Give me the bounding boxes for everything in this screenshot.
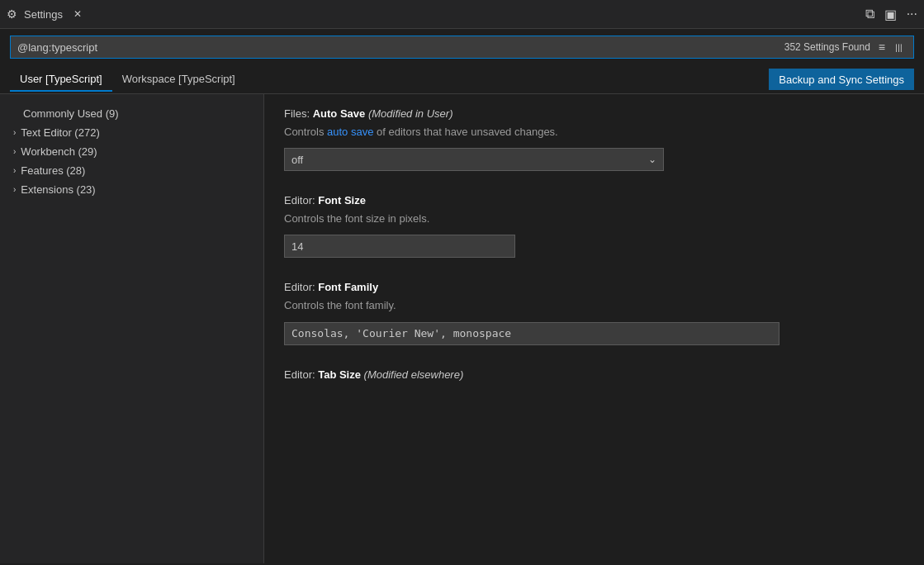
tabs-container: User [TypeScript] Workspace [TypeScript]… <box>0 65 924 94</box>
setting-title-editor-font-family: Editor: Font Family <box>284 281 904 293</box>
sidebar-item-label: Features (28) <box>21 164 85 177</box>
sidebar: Commonly Used (9) › Text Editor (272) › … <box>0 94 264 563</box>
title-bar: ⚙ Settings ✕ ⧉ ▣ ··· <box>0 0 924 29</box>
chevron-right-icon: › <box>13 185 16 194</box>
setting-bold: Auto Save <box>313 107 366 120</box>
search-input[interactable] <box>17 41 784 54</box>
setting-bold: Tab Size <box>318 368 361 381</box>
open-settings-icon[interactable]: ⧉ <box>865 7 874 21</box>
search-bar: 352 Settings Found ≡ ⫼ <box>10 36 914 59</box>
sidebar-item-text-editor[interactable]: › Text Editor (272) <box>0 123 263 142</box>
setting-bold: Font Family <box>318 281 378 293</box>
setting-title-editor-font-size: Editor: Font Size <box>284 194 904 207</box>
setting-editor-tab-size: Editor: Tab Size (Modified elsewhere) <box>284 368 904 381</box>
dropdown-arrow-icon: ⌄ <box>648 154 656 165</box>
split-editor-icon[interactable]: ▣ <box>884 7 897 22</box>
setting-prefix: Editor: <box>284 281 318 293</box>
sidebar-item-extensions[interactable]: › Extensions (23) <box>0 180 263 199</box>
main-layout: Commonly Used (9) › Text Editor (272) › … <box>0 94 924 563</box>
setting-editor-font-family: Editor: Font Family Controls the font fa… <box>284 281 904 344</box>
sidebar-item-label: Text Editor (272) <box>21 126 99 139</box>
tab-workspace-typescript[interactable]: Workspace [TypeScript] <box>112 68 245 92</box>
sidebar-item-features[interactable]: › Features (28) <box>0 161 263 180</box>
font-family-input[interactable] <box>284 322 779 345</box>
sidebar-item-label: Workbench (29) <box>21 145 97 158</box>
sidebar-item-commonly-used[interactable]: Commonly Used (9) <box>0 104 263 123</box>
filter-icon[interactable]: ⫼ <box>892 39 907 55</box>
dropdown-value: off <box>291 154 303 166</box>
setting-prefix: Files: <box>284 107 313 120</box>
setting-modified-elsewhere-tag: (Modified elsewhere) <box>364 368 464 381</box>
setting-modified-tag: (Modified in User) <box>368 107 453 120</box>
sidebar-item-label: Commonly Used (9) <box>23 107 119 120</box>
title-bar-title: Settings <box>24 8 63 21</box>
setting-prefix: Editor: <box>284 368 318 381</box>
sidebar-item-workbench[interactable]: › Workbench (29) <box>0 142 263 161</box>
close-tab-button[interactable]: ✕ <box>69 7 86 21</box>
setting-bold: Font Size <box>318 194 366 207</box>
setting-description-font-size: Controls the font size in pixels. <box>284 211 904 226</box>
content-area: Files: Auto Save (Modified in User) Cont… <box>264 94 924 563</box>
setting-files-auto-save: Files: Auto Save (Modified in User) Cont… <box>284 107 904 171</box>
setting-description-font-family: Controls the font family. <box>284 298 904 313</box>
search-icons: ≡ ⫼ <box>877 39 907 55</box>
auto-save-link[interactable]: auto save <box>327 126 373 138</box>
sidebar-item-label: Extensions (23) <box>21 183 95 196</box>
setting-title-editor-tab-size: Editor: Tab Size (Modified elsewhere) <box>284 368 904 381</box>
title-bar-left: ⚙ Settings ✕ <box>7 7 86 21</box>
tabs-left: User [TypeScript] Workspace [TypeScript] <box>10 68 245 92</box>
font-size-input[interactable] <box>284 235 515 258</box>
setting-prefix: Editor: <box>284 194 318 207</box>
auto-save-dropdown[interactable]: off ⌄ <box>284 148 664 171</box>
chevron-right-icon: › <box>13 128 16 137</box>
settings-icon: ⚙ <box>7 7 17 21</box>
setting-title-files-auto-save: Files: Auto Save (Modified in User) <box>284 107 904 120</box>
setting-editor-font-size: Editor: Font Size Controls the font size… <box>284 194 904 258</box>
title-bar-right: ⧉ ▣ ··· <box>865 7 917 22</box>
sort-icon[interactable]: ≡ <box>877 39 887 55</box>
search-results-count: 352 Settings Found <box>784 41 870 53</box>
tab-user-typescript[interactable]: User [TypeScript] <box>10 68 112 92</box>
setting-description-files-auto-save: Controls auto save of editors that have … <box>284 125 904 140</box>
more-actions-icon[interactable]: ··· <box>907 7 917 21</box>
chevron-right-icon: › <box>13 166 16 175</box>
backup-sync-button[interactable]: Backup and Sync Settings <box>769 69 914 90</box>
chevron-right-icon: › <box>13 147 16 156</box>
